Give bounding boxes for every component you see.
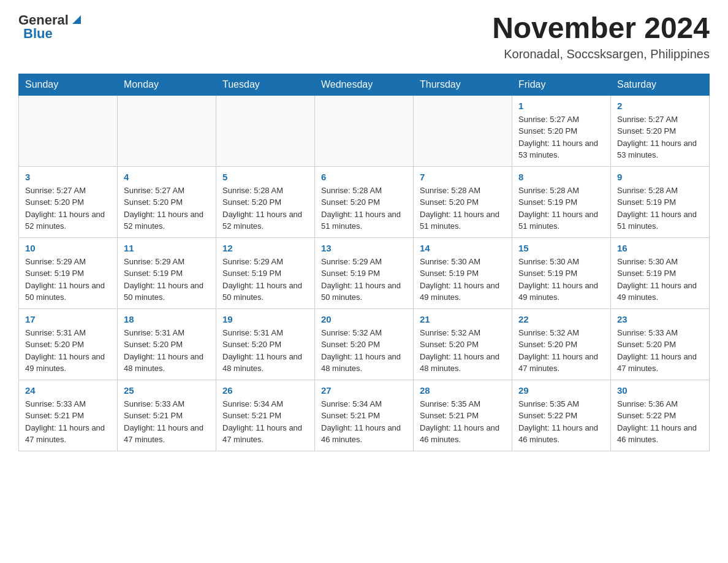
calendar-cell: 1Sunrise: 5:27 AMSunset: 5:20 PMDaylight… — [512, 95, 611, 166]
calendar-cell: 30Sunrise: 5:36 AMSunset: 5:22 PMDayligh… — [611, 380, 710, 451]
day-number: 28 — [420, 385, 506, 396]
day-number: 6 — [321, 172, 407, 182]
day-number: 12 — [222, 243, 308, 253]
logo: General Blue — [18, 12, 83, 42]
day-number: 13 — [321, 243, 407, 253]
calendar-cell: 5Sunrise: 5:28 AMSunset: 5:20 PMDaylight… — [216, 166, 315, 237]
calendar-day-header: Wednesday — [315, 74, 414, 95]
header-right: November 2024 Koronadal, Soccsksargen, P… — [492, 12, 710, 61]
day-info: Sunrise: 5:34 AMSunset: 5:21 PMDaylight:… — [321, 398, 407, 446]
calendar-week-row: 24Sunrise: 5:33 AMSunset: 5:21 PMDayligh… — [19, 380, 710, 451]
day-number: 2 — [617, 101, 703, 111]
calendar-cell — [315, 95, 414, 166]
calendar-table: SundayMondayTuesdayWednesdayThursdayFrid… — [18, 74, 710, 451]
calendar-cell: 9Sunrise: 5:28 AMSunset: 5:19 PMDaylight… — [611, 166, 710, 237]
calendar-cell: 14Sunrise: 5:30 AMSunset: 5:19 PMDayligh… — [414, 237, 512, 308]
day-info: Sunrise: 5:30 AMSunset: 5:19 PMDaylight:… — [617, 256, 703, 304]
day-info: Sunrise: 5:34 AMSunset: 5:21 PMDaylight:… — [222, 398, 308, 446]
day-info: Sunrise: 5:32 AMSunset: 5:20 PMDaylight:… — [518, 327, 604, 375]
calendar-cell: 11Sunrise: 5:29 AMSunset: 5:19 PMDayligh… — [118, 237, 216, 308]
day-number: 22 — [518, 314, 604, 324]
day-info: Sunrise: 5:32 AMSunset: 5:20 PMDaylight:… — [321, 327, 407, 375]
calendar-cell: 15Sunrise: 5:30 AMSunset: 5:19 PMDayligh… — [512, 237, 611, 308]
calendar-cell: 24Sunrise: 5:33 AMSunset: 5:21 PMDayligh… — [19, 380, 118, 451]
calendar-cell: 10Sunrise: 5:29 AMSunset: 5:19 PMDayligh… — [19, 237, 118, 308]
calendar-week-row: 17Sunrise: 5:31 AMSunset: 5:20 PMDayligh… — [19, 308, 710, 380]
day-info: Sunrise: 5:33 AMSunset: 5:20 PMDaylight:… — [617, 327, 703, 375]
day-info: Sunrise: 5:27 AMSunset: 5:20 PMDaylight:… — [617, 113, 703, 161]
calendar-cell: 7Sunrise: 5:28 AMSunset: 5:20 PMDaylight… — [414, 166, 512, 237]
day-info: Sunrise: 5:28 AMSunset: 5:20 PMDaylight:… — [222, 185, 308, 232]
day-info: Sunrise: 5:31 AMSunset: 5:20 PMDaylight:… — [25, 327, 111, 375]
day-info: Sunrise: 5:30 AMSunset: 5:19 PMDaylight:… — [518, 256, 604, 304]
day-info: Sunrise: 5:29 AMSunset: 5:19 PMDaylight:… — [25, 256, 111, 304]
day-info: Sunrise: 5:29 AMSunset: 5:19 PMDaylight:… — [124, 256, 210, 304]
month-title: November 2024 — [492, 12, 710, 45]
page-header: General Blue November 2024 Koronadal, So… — [18, 12, 710, 61]
day-number: 3 — [25, 172, 111, 182]
calendar-cell: 26Sunrise: 5:34 AMSunset: 5:21 PMDayligh… — [216, 380, 315, 451]
day-info: Sunrise: 5:36 AMSunset: 5:22 PMDaylight:… — [617, 398, 703, 446]
calendar-cell: 27Sunrise: 5:34 AMSunset: 5:21 PMDayligh… — [315, 380, 414, 451]
day-number: 11 — [124, 243, 210, 253]
day-number: 4 — [124, 172, 210, 182]
day-number: 18 — [124, 314, 210, 324]
day-number: 16 — [617, 243, 703, 253]
calendar-week-row: 3Sunrise: 5:27 AMSunset: 5:20 PMDaylight… — [19, 166, 710, 237]
calendar-cell: 12Sunrise: 5:29 AMSunset: 5:19 PMDayligh… — [216, 237, 315, 308]
calendar-cell: 4Sunrise: 5:27 AMSunset: 5:20 PMDaylight… — [118, 166, 216, 237]
day-number: 7 — [420, 172, 506, 182]
location: Koronadal, Soccsksargen, Philippines — [492, 47, 710, 61]
day-number: 8 — [518, 172, 604, 182]
calendar-cell: 16Sunrise: 5:30 AMSunset: 5:19 PMDayligh… — [611, 237, 710, 308]
calendar-cell: 13Sunrise: 5:29 AMSunset: 5:19 PMDayligh… — [315, 237, 414, 308]
calendar-week-row: 10Sunrise: 5:29 AMSunset: 5:19 PMDayligh… — [19, 237, 710, 308]
day-number: 19 — [222, 314, 308, 324]
calendar-cell: 17Sunrise: 5:31 AMSunset: 5:20 PMDayligh… — [19, 308, 118, 380]
calendar-cell: 28Sunrise: 5:35 AMSunset: 5:21 PMDayligh… — [414, 380, 512, 451]
day-number: 26 — [222, 385, 308, 396]
day-info: Sunrise: 5:31 AMSunset: 5:20 PMDaylight:… — [222, 327, 308, 375]
calendar-day-header: Sunday — [19, 74, 118, 95]
day-number: 21 — [420, 314, 506, 324]
calendar-cell — [414, 95, 512, 166]
day-number: 30 — [617, 385, 703, 396]
day-number: 5 — [222, 172, 308, 182]
day-number: 23 — [617, 314, 703, 324]
day-info: Sunrise: 5:28 AMSunset: 5:20 PMDaylight:… — [420, 185, 506, 232]
calendar-cell: 8Sunrise: 5:28 AMSunset: 5:19 PMDaylight… — [512, 166, 611, 237]
calendar-cell: 18Sunrise: 5:31 AMSunset: 5:20 PMDayligh… — [118, 308, 216, 380]
day-number: 27 — [321, 385, 407, 396]
day-number: 14 — [420, 243, 506, 253]
calendar-week-row: 1Sunrise: 5:27 AMSunset: 5:20 PMDaylight… — [19, 95, 710, 166]
day-info: Sunrise: 5:35 AMSunset: 5:22 PMDaylight:… — [518, 398, 604, 446]
day-info: Sunrise: 5:30 AMSunset: 5:19 PMDaylight:… — [420, 256, 506, 304]
calendar-day-header: Tuesday — [216, 74, 315, 95]
day-info: Sunrise: 5:27 AMSunset: 5:20 PMDaylight:… — [25, 185, 111, 232]
day-info: Sunrise: 5:33 AMSunset: 5:21 PMDaylight:… — [25, 398, 111, 446]
day-number: 10 — [25, 243, 111, 253]
calendar-header-row: SundayMondayTuesdayWednesdayThursdayFrid… — [19, 74, 710, 95]
day-info: Sunrise: 5:35 AMSunset: 5:21 PMDaylight:… — [420, 398, 506, 446]
day-info: Sunrise: 5:33 AMSunset: 5:21 PMDaylight:… — [124, 398, 210, 446]
day-number: 25 — [124, 385, 210, 396]
day-info: Sunrise: 5:32 AMSunset: 5:20 PMDaylight:… — [420, 327, 506, 375]
day-info: Sunrise: 5:27 AMSunset: 5:20 PMDaylight:… — [518, 113, 604, 161]
calendar-cell — [19, 95, 118, 166]
calendar-cell: 2Sunrise: 5:27 AMSunset: 5:20 PMDaylight… — [611, 95, 710, 166]
calendar-cell: 19Sunrise: 5:31 AMSunset: 5:20 PMDayligh… — [216, 308, 315, 380]
calendar-cell — [118, 95, 216, 166]
day-info: Sunrise: 5:27 AMSunset: 5:20 PMDaylight:… — [124, 185, 210, 232]
calendar-day-header: Friday — [512, 74, 611, 95]
calendar-cell: 29Sunrise: 5:35 AMSunset: 5:22 PMDayligh… — [512, 380, 611, 451]
day-number: 9 — [617, 172, 703, 182]
day-info: Sunrise: 5:28 AMSunset: 5:19 PMDaylight:… — [518, 185, 604, 232]
day-info: Sunrise: 5:29 AMSunset: 5:19 PMDaylight:… — [321, 256, 407, 304]
day-info: Sunrise: 5:28 AMSunset: 5:19 PMDaylight:… — [617, 185, 703, 232]
logo-blue: Blue — [23, 26, 53, 42]
calendar-day-header: Thursday — [414, 74, 512, 95]
day-info: Sunrise: 5:29 AMSunset: 5:19 PMDaylight:… — [222, 256, 308, 304]
calendar-cell: 22Sunrise: 5:32 AMSunset: 5:20 PMDayligh… — [512, 308, 611, 380]
svg-marker-0 — [72, 15, 81, 24]
calendar-cell: 3Sunrise: 5:27 AMSunset: 5:20 PMDaylight… — [19, 166, 118, 237]
